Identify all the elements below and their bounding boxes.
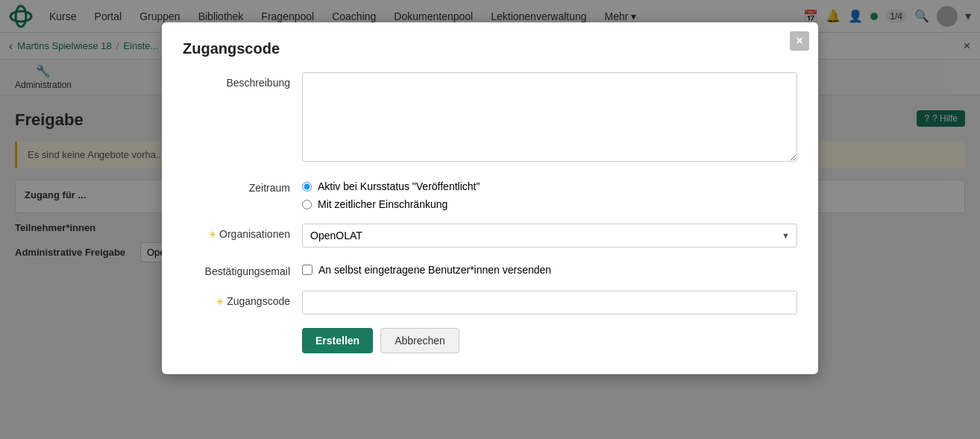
zeitraum-radio1[interactable] xyxy=(302,182,312,192)
zeitraum-radio2[interactable] xyxy=(302,200,312,209)
bestaetigung-checkbox-label: An selbst eingetragene Benutzer*innen ve… xyxy=(318,264,551,276)
modal-overlay: Zugangscode × Beschreibung Zeitraum Akti… xyxy=(0,0,980,319)
zeitraum-option2[interactable]: Mit zeitlicher Einschränkung xyxy=(302,198,797,210)
zeitraum-row: Zeitraum Aktiv bei Kursstatus "Veröffent… xyxy=(183,177,797,210)
organisationen-label: Organisationen xyxy=(183,224,302,240)
beschreibung-input[interactable] xyxy=(302,72,797,162)
zeitraum-option2-label: Mit zeitlicher Einschränkung xyxy=(318,198,447,210)
zeitraum-option1[interactable]: Aktiv bei Kursstatus "Veröffentlicht" xyxy=(302,180,797,192)
zugangscode-field xyxy=(302,291,797,315)
zeitraum-label: Zeitraum xyxy=(183,177,302,194)
modal-zugangscode: Zugangscode × Beschreibung Zeitraum Akti… xyxy=(162,22,818,319)
zugangscode-row: Zugangscode xyxy=(183,291,797,315)
modal-close-button[interactable]: × xyxy=(790,31,809,51)
organisationen-select[interactable]: OpenOLAT xyxy=(302,224,797,247)
beschreibung-row: Beschreibung xyxy=(183,72,797,164)
bestaetigung-label: Bestätigungsemail xyxy=(183,261,302,277)
bestaetigung-field: An selbst eingetragene Benutzer*innen ve… xyxy=(302,261,797,276)
org-select-wrapper: OpenOLAT xyxy=(302,224,797,247)
bestaetigung-row: Bestätigungsemail An selbst eingetragene… xyxy=(183,261,797,277)
bestaetigung-checkbox[interactable] xyxy=(302,265,312,275)
beschreibung-label: Beschreibung xyxy=(183,72,302,89)
modal-title: Zugangscode xyxy=(183,40,797,57)
zugangscode-input[interactable] xyxy=(302,291,797,315)
organisationen-field: OpenOLAT xyxy=(302,224,797,247)
beschreibung-field xyxy=(302,72,797,164)
zeitraum-options: Aktiv bei Kursstatus "Veröffentlicht" Mi… xyxy=(302,177,797,210)
organisationen-row: Organisationen OpenOLAT xyxy=(183,224,797,247)
zugangscode-label: Zugangscode xyxy=(183,291,302,307)
zeitraum-option1-label: Aktiv bei Kursstatus "Veröffentlicht" xyxy=(318,180,480,192)
